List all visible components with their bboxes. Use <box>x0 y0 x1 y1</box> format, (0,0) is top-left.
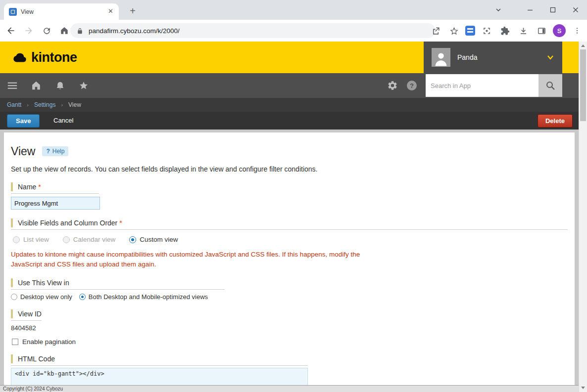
page-title: View <box>11 145 35 158</box>
radio-button-icon <box>63 236 70 243</box>
notifications-bell-icon[interactable] <box>54 80 65 91</box>
radio-desktop-only[interactable]: Desktop view only <box>11 293 72 301</box>
radio-calendar-view: Calendar view <box>63 236 116 243</box>
radio-label: List view <box>23 236 49 243</box>
pagination-option[interactable]: Enable pagination <box>11 338 568 346</box>
user-menu[interactable]: Panda <box>424 42 562 73</box>
menu-hamburger-icon[interactable] <box>7 80 18 91</box>
download-icon[interactable] <box>516 24 530 38</box>
reload-icon[interactable] <box>40 24 53 38</box>
breadcrumb-link-gantt[interactable]: Gantt <box>7 101 21 108</box>
page-footer: Copyright (C) 2024 Cybozu <box>0 385 579 392</box>
user-name: Panda <box>457 53 477 61</box>
browser-toolbar: pandafirm.cybozu.com/k/2000/ S <box>0 20 587 42</box>
breadcrumb-link-settings[interactable]: Settings <box>34 101 55 108</box>
bookmark-star-icon[interactable] <box>447 24 461 38</box>
url-text: pandafirm.cybozu.com/k/2000/ <box>89 27 180 35</box>
radio-label: Custom view <box>140 236 178 243</box>
tab-search-chevron-icon[interactable] <box>487 0 510 20</box>
fields-section-label: Visible Fields and Column Order* <box>11 218 568 227</box>
window-maximize-button[interactable] <box>541 0 564 20</box>
use-view-section: Use This View in Desktop view only Both … <box>11 278 568 301</box>
action-bar: Save Cancel Delete <box>0 112 579 130</box>
share-icon[interactable] <box>429 24 442 38</box>
view-id-section: View ID 8404582 <box>11 309 568 332</box>
view-type-radio-group: List view Calendar view Custom view <box>11 236 568 243</box>
name-section-label: Name* <box>11 182 568 191</box>
forward-icon <box>22 24 36 38</box>
home-nav-icon[interactable] <box>31 80 42 91</box>
radio-button-icon[interactable] <box>11 294 17 300</box>
help-icon[interactable]: ? <box>407 81 417 90</box>
view-id-value: 8404582 <box>11 324 568 332</box>
tab-close-icon[interactable]: ✕ <box>106 7 115 16</box>
section-underline <box>11 365 308 366</box>
settings-panel: View ? Help Set up the view of records. … <box>4 132 575 385</box>
tab-favicon-icon <box>9 8 17 16</box>
use-view-radio-group: Desktop view only Both Desktop and Mobil… <box>11 293 568 301</box>
radio-both-views[interactable]: Both Desktop and Mobile-optimized views <box>79 293 208 301</box>
breadcrumb-current: View <box>68 101 81 108</box>
use-view-section-label: Use This View in <box>11 278 568 287</box>
search-input[interactable] <box>426 74 538 97</box>
person-icon <box>433 50 449 67</box>
favorites-star-icon[interactable] <box>78 80 89 91</box>
cancel-link[interactable]: Cancel <box>53 117 73 124</box>
radio-button-icon <box>13 236 20 243</box>
extension-icon[interactable] <box>465 26 475 36</box>
save-button[interactable]: Save <box>7 114 40 128</box>
browser-home-icon[interactable] <box>57 24 71 38</box>
window-minimize-button[interactable] <box>519 0 541 20</box>
html-code-textarea[interactable]: <div id="kb-gantt"></div> <box>11 368 308 385</box>
html-code-section: HTML Code <div id="kb-gantt"></div> <box>11 354 568 385</box>
radio-label: Desktop view only <box>20 293 72 301</box>
user-avatar <box>432 48 450 67</box>
profile-avatar[interactable]: S <box>553 24 566 37</box>
chevron-down-icon <box>546 54 554 61</box>
radio-button-icon[interactable] <box>129 236 136 243</box>
section-underline <box>11 320 42 321</box>
breadcrumb-separator: › <box>27 102 29 108</box>
brand-name: kintone <box>31 50 77 65</box>
search-button[interactable] <box>538 74 562 97</box>
radio-list-view: List view <box>13 236 49 243</box>
help-label: Help <box>52 148 65 155</box>
address-bar[interactable]: pandafirm.cybozu.com/k/2000/ <box>70 23 436 38</box>
new-tab-button[interactable]: + <box>126 4 140 18</box>
name-section: Name* <box>11 182 568 210</box>
browser-menu-icon[interactable] <box>570 24 584 38</box>
section-underline <box>11 229 568 230</box>
required-asterisk: * <box>38 183 41 191</box>
page-description: Set up the view of records. You can sele… <box>11 165 568 174</box>
radio-label: Both Desktop and Mobile-optimized views <box>89 293 208 301</box>
breadcrumb-separator: › <box>61 102 63 108</box>
settings-gear-icon[interactable] <box>387 80 398 91</box>
radio-custom-view[interactable]: Custom view <box>129 236 178 243</box>
delete-button[interactable]: Delete <box>538 114 573 128</box>
scroll-thumb[interactable] <box>580 49 586 121</box>
back-icon[interactable] <box>4 24 18 38</box>
radio-button-icon[interactable] <box>79 294 86 300</box>
kintone-header: kintone Panda <box>0 42 579 73</box>
scroll-down-arrow[interactable] <box>581 387 585 389</box>
view-id-section-label: View ID <box>11 309 568 318</box>
copyright-text: Copyright (C) 2024 Cybozu <box>3 386 63 392</box>
browser-tab-strip: View ✕ + <box>0 0 587 20</box>
search-icon <box>544 80 556 91</box>
window-close-button[interactable] <box>564 0 587 20</box>
lock-icon <box>76 27 84 35</box>
browser-tab[interactable]: View ✕ <box>4 3 119 20</box>
side-panel-icon[interactable] <box>535 24 548 38</box>
screenshot-icon[interactable] <box>480 24 493 38</box>
kintone-logo[interactable]: kintone <box>10 42 77 73</box>
section-underline <box>11 193 99 194</box>
scroll-up-arrow[interactable] <box>581 44 585 47</box>
compatibility-warning: Updates to kintone might cause incompati… <box>11 250 367 269</box>
page-scrollbar[interactable] <box>579 42 587 392</box>
extensions-puzzle-icon[interactable] <box>498 24 512 38</box>
cloud-logo-icon <box>10 51 28 63</box>
pagination-checkbox[interactable] <box>12 339 18 345</box>
html-code-section-label: HTML Code <box>11 354 568 363</box>
view-name-input[interactable] <box>11 197 100 210</box>
help-badge[interactable]: ? Help <box>42 146 68 156</box>
